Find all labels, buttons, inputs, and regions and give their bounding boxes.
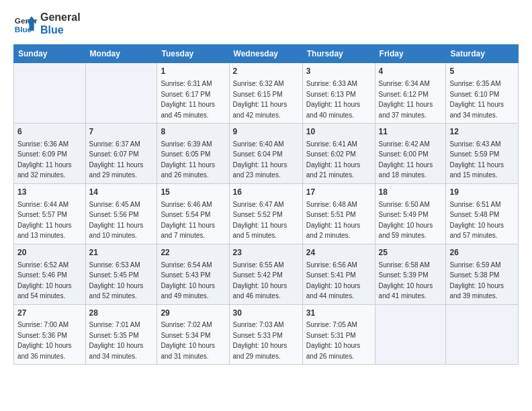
day-content: Sunrise: 7:02 AM Sunset: 5:34 PM Dayligh… bbox=[161, 321, 215, 360]
day-number: 4 bbox=[379, 66, 443, 77]
day-cell bbox=[85, 63, 157, 124]
day-cell: 15Sunrise: 6:46 AM Sunset: 5:54 PM Dayli… bbox=[157, 183, 229, 244]
weekday-header-thursday: Thursday bbox=[302, 45, 375, 63]
day-number: 23 bbox=[233, 247, 299, 259]
day-cell: 3Sunrise: 6:33 AM Sunset: 6:13 PM Daylig… bbox=[302, 63, 375, 124]
day-content: Sunrise: 6:58 AM Sunset: 5:39 PM Dayligh… bbox=[379, 261, 433, 300]
header: General Blue General Blue bbox=[13, 11, 519, 36]
day-cell: 28Sunrise: 7:01 AM Sunset: 5:35 PM Dayli… bbox=[85, 304, 157, 365]
logo: General Blue General Blue bbox=[13, 11, 81, 36]
day-cell: 1Sunrise: 6:31 AM Sunset: 6:17 PM Daylig… bbox=[157, 63, 229, 124]
day-number: 19 bbox=[449, 187, 515, 198]
day-cell: 8Sunrise: 6:39 AM Sunset: 6:05 PM Daylig… bbox=[157, 124, 229, 184]
day-cell: 2Sunrise: 6:32 AM Sunset: 6:15 PM Daylig… bbox=[229, 63, 302, 124]
day-content: Sunrise: 6:45 AM Sunset: 5:56 PM Dayligh… bbox=[89, 201, 144, 240]
day-number: 10 bbox=[306, 126, 371, 138]
day-number: 16 bbox=[233, 187, 299, 198]
day-content: Sunrise: 6:47 AM Sunset: 5:52 PM Dayligh… bbox=[233, 201, 287, 240]
day-cell: 25Sunrise: 6:58 AM Sunset: 5:39 PM Dayli… bbox=[375, 244, 446, 304]
day-number: 27 bbox=[17, 308, 82, 319]
day-cell: 13Sunrise: 6:44 AM Sunset: 5:57 PM Dayli… bbox=[14, 183, 86, 244]
day-content: Sunrise: 7:01 AM Sunset: 5:35 PM Dayligh… bbox=[89, 321, 144, 360]
day-cell: 7Sunrise: 6:37 AM Sunset: 6:07 PM Daylig… bbox=[85, 124, 157, 184]
day-content: Sunrise: 6:33 AM Sunset: 6:13 PM Dayligh… bbox=[306, 80, 361, 119]
weekday-header-saturday: Saturday bbox=[446, 45, 519, 63]
day-content: Sunrise: 6:59 AM Sunset: 5:38 PM Dayligh… bbox=[449, 261, 504, 300]
weekday-header-row: SundayMondayTuesdayWednesdayThursdayFrid… bbox=[14, 45, 519, 63]
day-content: Sunrise: 6:48 AM Sunset: 5:51 PM Dayligh… bbox=[306, 201, 361, 240]
week-row-2: 13Sunrise: 6:44 AM Sunset: 5:57 PM Dayli… bbox=[14, 183, 519, 244]
weekday-header-sunday: Sunday bbox=[14, 45, 86, 63]
day-number: 13 bbox=[17, 187, 82, 198]
weekday-header-tuesday: Tuesday bbox=[157, 45, 229, 63]
day-cell: 29Sunrise: 7:02 AM Sunset: 5:34 PM Dayli… bbox=[157, 304, 229, 365]
week-row-3: 20Sunrise: 6:52 AM Sunset: 5:46 PM Dayli… bbox=[14, 244, 519, 304]
day-cell: 10Sunrise: 6:41 AM Sunset: 6:02 PM Dayli… bbox=[302, 124, 375, 184]
day-content: Sunrise: 6:54 AM Sunset: 5:43 PM Dayligh… bbox=[161, 261, 215, 300]
day-number: 29 bbox=[161, 308, 225, 319]
day-number: 7 bbox=[89, 126, 154, 138]
day-number: 6 bbox=[17, 126, 82, 138]
day-cell: 26Sunrise: 6:59 AM Sunset: 5:38 PM Dayli… bbox=[446, 244, 519, 304]
day-content: Sunrise: 7:03 AM Sunset: 5:33 PM Dayligh… bbox=[233, 321, 287, 360]
day-cell: 19Sunrise: 6:51 AM Sunset: 5:48 PM Dayli… bbox=[446, 183, 519, 244]
week-row-4: 27Sunrise: 7:00 AM Sunset: 5:36 PM Dayli… bbox=[14, 304, 519, 365]
day-content: Sunrise: 6:50 AM Sunset: 5:49 PM Dayligh… bbox=[379, 201, 433, 240]
day-cell: 31Sunrise: 7:05 AM Sunset: 5:31 PM Dayli… bbox=[302, 304, 375, 365]
day-content: Sunrise: 6:35 AM Sunset: 6:10 PM Dayligh… bbox=[449, 80, 504, 119]
day-content: Sunrise: 6:51 AM Sunset: 5:48 PM Dayligh… bbox=[449, 201, 504, 240]
weekday-header-wednesday: Wednesday bbox=[229, 45, 302, 63]
day-cell: 4Sunrise: 6:34 AM Sunset: 6:12 PM Daylig… bbox=[375, 63, 446, 124]
day-cell: 27Sunrise: 7:00 AM Sunset: 5:36 PM Dayli… bbox=[14, 304, 86, 365]
day-cell: 24Sunrise: 6:56 AM Sunset: 5:41 PM Dayli… bbox=[302, 244, 375, 304]
day-number: 18 bbox=[379, 187, 443, 198]
day-cell bbox=[375, 304, 446, 365]
day-content: Sunrise: 6:44 AM Sunset: 5:57 PM Dayligh… bbox=[17, 201, 72, 240]
week-row-0: 1Sunrise: 6:31 AM Sunset: 6:17 PM Daylig… bbox=[14, 63, 519, 124]
day-content: Sunrise: 6:40 AM Sunset: 6:04 PM Dayligh… bbox=[233, 140, 287, 179]
day-number: 22 bbox=[161, 247, 225, 259]
day-number: 15 bbox=[161, 187, 225, 198]
day-content: Sunrise: 6:52 AM Sunset: 5:46 PM Dayligh… bbox=[17, 261, 72, 300]
day-content: Sunrise: 6:53 AM Sunset: 5:45 PM Dayligh… bbox=[89, 261, 144, 300]
logo-general: General bbox=[40, 11, 81, 24]
day-content: Sunrise: 7:00 AM Sunset: 5:36 PM Dayligh… bbox=[17, 321, 72, 360]
day-number: 31 bbox=[306, 308, 371, 319]
day-cell bbox=[446, 304, 519, 365]
day-content: Sunrise: 6:46 AM Sunset: 5:54 PM Dayligh… bbox=[161, 201, 215, 240]
weekday-header-friday: Friday bbox=[375, 45, 446, 63]
day-content: Sunrise: 6:43 AM Sunset: 5:59 PM Dayligh… bbox=[449, 140, 504, 179]
day-content: Sunrise: 6:37 AM Sunset: 6:07 PM Dayligh… bbox=[89, 140, 144, 179]
logo-icon: General Blue bbox=[13, 11, 38, 36]
day-number: 12 bbox=[449, 126, 515, 138]
day-number: 20 bbox=[17, 247, 82, 259]
calendar-container: General Blue General Blue SundayMondayTu… bbox=[0, 0, 532, 375]
day-cell: 18Sunrise: 6:50 AM Sunset: 5:49 PM Dayli… bbox=[375, 183, 446, 244]
day-content: Sunrise: 6:31 AM Sunset: 6:17 PM Dayligh… bbox=[161, 80, 215, 119]
day-number: 3 bbox=[306, 66, 371, 77]
day-number: 14 bbox=[89, 187, 154, 198]
day-number: 2 bbox=[233, 66, 299, 77]
day-content: Sunrise: 7:05 AM Sunset: 5:31 PM Dayligh… bbox=[306, 321, 361, 360]
day-number: 5 bbox=[449, 66, 515, 77]
day-cell: 20Sunrise: 6:52 AM Sunset: 5:46 PM Dayli… bbox=[14, 244, 86, 304]
day-cell: 11Sunrise: 6:42 AM Sunset: 6:00 PM Dayli… bbox=[375, 124, 446, 184]
day-content: Sunrise: 6:56 AM Sunset: 5:41 PM Dayligh… bbox=[306, 261, 361, 300]
day-number: 11 bbox=[379, 126, 443, 138]
day-content: Sunrise: 6:39 AM Sunset: 6:05 PM Dayligh… bbox=[161, 140, 215, 179]
day-cell bbox=[14, 63, 86, 124]
day-cell: 9Sunrise: 6:40 AM Sunset: 6:04 PM Daylig… bbox=[229, 124, 302, 184]
day-cell: 16Sunrise: 6:47 AM Sunset: 5:52 PM Dayli… bbox=[229, 183, 302, 244]
day-cell: 23Sunrise: 6:55 AM Sunset: 5:42 PM Dayli… bbox=[229, 244, 302, 304]
day-content: Sunrise: 6:34 AM Sunset: 6:12 PM Dayligh… bbox=[379, 80, 433, 119]
day-number: 1 bbox=[161, 66, 225, 77]
calendar-table: SundayMondayTuesdayWednesdayThursdayFrid… bbox=[13, 44, 519, 365]
day-content: Sunrise: 6:32 AM Sunset: 6:15 PM Dayligh… bbox=[233, 80, 287, 119]
day-cell: 17Sunrise: 6:48 AM Sunset: 5:51 PM Dayli… bbox=[302, 183, 375, 244]
day-number: 8 bbox=[161, 126, 225, 138]
day-number: 21 bbox=[89, 247, 154, 259]
day-content: Sunrise: 6:36 AM Sunset: 6:09 PM Dayligh… bbox=[17, 140, 72, 179]
day-cell: 14Sunrise: 6:45 AM Sunset: 5:56 PM Dayli… bbox=[85, 183, 157, 244]
day-cell: 12Sunrise: 6:43 AM Sunset: 5:59 PM Dayli… bbox=[446, 124, 519, 184]
day-cell: 6Sunrise: 6:36 AM Sunset: 6:09 PM Daylig… bbox=[14, 124, 86, 184]
